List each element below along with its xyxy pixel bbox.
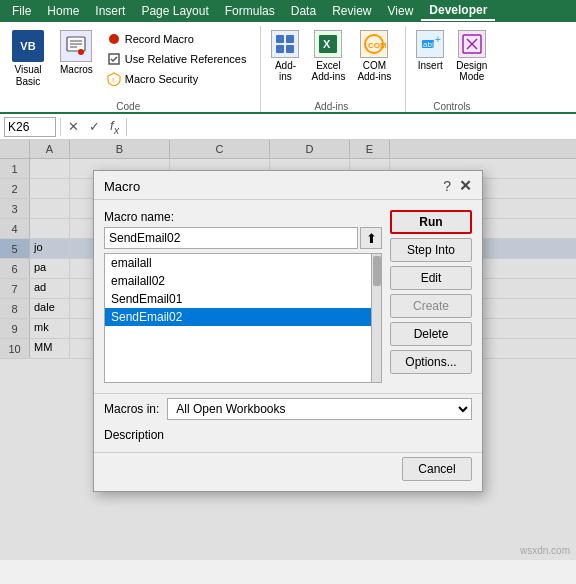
macros-in-label: Macros in: [104,402,159,416]
visual-basic-label: Visual Basic [14,64,41,88]
macro-name-row: ⬆ [104,227,382,249]
macros-in-select[interactable]: All Open Workbooks This Workbook [167,398,472,420]
dialog-titlebar: Macro ? ✕ [94,171,482,200]
formula-bar: ✕ ✓ fx [0,114,576,140]
options-button[interactable]: Options... [390,350,472,374]
main-area: A B C D E 1 2 3 [0,140,576,560]
insert-control-icon: ab|+ [416,30,444,58]
add-ins-label: Add-ins [275,60,296,82]
dialog-close-button[interactable]: ✕ [459,177,472,195]
step-into-button[interactable]: Step Into [390,238,472,262]
menu-insert[interactable]: Insert [87,2,133,20]
macro-dialog: Macro ? ✕ Macro name: ⬆ emailal [93,170,483,492]
dialog-overlay: Macro ? ✕ Macro name: ⬆ emailal [0,140,576,560]
ribbon-group-code: VB Visual Basic Macros [6,26,261,112]
menu-review[interactable]: Review [324,2,379,20]
create-button[interactable]: Create [390,294,472,318]
dialog-cancel-row: Cancel [94,452,482,491]
record-macro-label: Record Macro [125,33,194,45]
insert-control-button[interactable]: ab|+ Insert [412,26,448,75]
svg-rect-8 [276,35,284,43]
macros-label: Macros [60,64,93,75]
menu-bar: File Home Insert Page Layout Formulas Da… [0,0,576,22]
macro-security-button[interactable]: ! Macro Security [103,70,251,88]
use-relative-button[interactable]: Use Relative References [103,50,251,68]
svg-rect-10 [276,45,284,53]
com-add-ins-label: COMAdd-ins [357,60,391,82]
delete-button[interactable]: Delete [390,322,472,346]
svg-text:COM: COM [368,41,386,50]
ribbon-group-addins: Add-ins X ExcelAdd-ins COM COMAdd-ins Ad… [267,26,406,112]
menu-home[interactable]: Home [39,2,87,20]
ribbon: File Home Insert Page Layout Formulas Da… [0,0,576,114]
macro-list[interactable]: emailall emailall02 SendEmail01 SendEmai… [104,253,382,383]
design-mode-icon [458,30,486,58]
menu-formulas[interactable]: Formulas [217,2,283,20]
dialog-help-button[interactable]: ? [443,178,451,194]
code-group-label: Code [6,98,250,112]
run-button[interactable]: Run [390,210,472,234]
cancel-button[interactable]: Cancel [402,457,472,481]
controls-group-label: Controls [412,98,491,112]
menu-page-layout[interactable]: Page Layout [133,2,216,20]
macro-security-label: Macro Security [125,73,198,85]
svg-text:ab|: ab| [423,40,434,49]
description-label: Description [104,428,472,442]
svg-rect-11 [286,45,294,53]
menu-view[interactable]: View [380,2,422,20]
list-item[interactable]: SendEmail01 [105,290,381,308]
edit-button[interactable]: Edit [390,266,472,290]
menu-file[interactable]: File [4,2,39,20]
macros-in-row: Macros in: All Open Workbooks This Workb… [94,393,482,424]
use-relative-icon [107,52,121,66]
menu-developer[interactable]: Developer [421,1,495,21]
description-section: Description [94,424,482,452]
formula-bar-divider2 [126,118,127,136]
record-macro-button[interactable]: Record Macro [103,30,251,48]
list-item-selected[interactable]: SendEmail02 [105,308,381,326]
insert-control-label: Insert [418,60,443,71]
ribbon-group-controls: ab|+ Insert DesignMode Controls [412,26,501,112]
svg-text:X: X [323,38,331,50]
svg-text:!: ! [112,76,114,85]
svg-text:+: + [435,34,441,45]
menu-data[interactable]: Data [283,2,324,20]
excel-add-ins-icon: X [314,30,342,58]
confirm-formula-icon[interactable]: ✓ [86,119,103,134]
excel-add-ins-label: ExcelAdd-ins [311,60,345,82]
svg-rect-9 [286,35,294,43]
record-macro-icon [107,32,121,46]
design-mode-button[interactable]: DesignMode [452,26,491,86]
use-relative-label: Use Relative References [125,53,247,65]
list-scrollbar[interactable] [371,254,381,382]
com-add-ins-button[interactable]: COM COMAdd-ins [353,26,395,86]
ribbon-content: VB Visual Basic Macros [0,22,576,112]
cell-reference-input[interactable] [4,117,56,137]
visual-basic-button[interactable]: VB Visual Basic [6,26,50,92]
svg-point-4 [78,49,84,55]
list-item[interactable]: emailall [105,254,381,272]
com-add-ins-icon: COM [360,30,388,58]
macro-security-icon: ! [107,72,121,86]
macros-button[interactable]: Macros [54,26,99,79]
insert-function-icon[interactable]: fx [107,118,122,136]
dialog-body: Macro name: ⬆ emailall emailall02 SendEm… [94,200,482,393]
macro-name-label: Macro name: [104,210,382,224]
visual-basic-icon: VB [12,30,44,62]
cancel-formula-icon[interactable]: ✕ [65,119,82,134]
svg-point-5 [109,34,119,44]
excel-add-ins-button[interactable]: X ExcelAdd-ins [307,26,349,86]
macros-icon [60,30,92,62]
dialog-right-panel: Run Step Into Edit Create Delete Options… [390,210,472,383]
design-mode-label: DesignMode [456,60,487,82]
dialog-window-controls: ? ✕ [443,177,472,195]
add-ins-button[interactable]: Add-ins [267,26,303,86]
macro-name-browse-button[interactable]: ⬆ [360,227,382,249]
macro-name-input[interactable] [104,227,358,249]
formula-input[interactable] [131,117,572,137]
list-item[interactable]: emailall02 [105,272,381,290]
dialog-title: Macro [104,179,140,194]
add-ins-icon [271,30,299,58]
dialog-left-panel: Macro name: ⬆ emailall emailall02 SendEm… [104,210,382,383]
formula-bar-divider [60,118,61,136]
